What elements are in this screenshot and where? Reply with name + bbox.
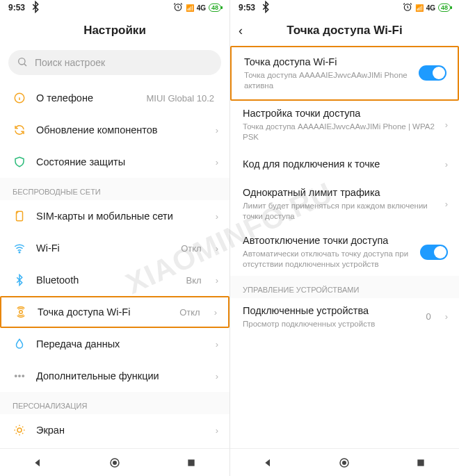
sun-icon [13, 423, 26, 437]
row-security-status[interactable]: Состояние защиты › [0, 146, 230, 178]
row-value: MIUI Global 10.2 [146, 93, 214, 104]
search-placeholder: Поиск настроек [35, 57, 105, 68]
nav-home-button[interactable] [338, 457, 351, 469]
row-hotspot[interactable]: Точка доступа Wi-Fi Откл › [0, 296, 230, 328]
bluetooth-status-icon [259, 1, 272, 15]
chevron-right-icon: › [216, 125, 218, 136]
svg-rect-13 [188, 459, 194, 466]
wifi-icon [13, 241, 26, 255]
chevron-right-icon: › [214, 307, 217, 318]
nav-recent-button[interactable] [185, 457, 198, 469]
row-hotspot-setup[interactable]: Настройка точки доступа Точка доступа AA… [230, 101, 459, 149]
info-icon [13, 91, 26, 105]
row-label: Состояние защиты [36, 156, 206, 169]
hotspot-toggle-switch[interactable] [419, 65, 446, 81]
row-label: Подключенные устройства [243, 304, 416, 318]
search-input[interactable]: Поиск настроек [8, 50, 221, 75]
nav-home-button[interactable] [108, 457, 121, 469]
bluetooth-icon [13, 273, 26, 287]
header: ‹ Точка доступа Wi-Fi [230, 15, 459, 46]
row-label: Дополнительные функции [36, 370, 206, 383]
row-label: Точка доступа Wi-Fi [38, 306, 170, 319]
chevron-right-icon: › [445, 120, 448, 130]
chevron-right-icon: › [445, 311, 448, 322]
navigation-bar [230, 448, 459, 476]
row-value: Откл [181, 243, 202, 254]
nav-recent-button[interactable] [414, 457, 427, 469]
chevron-right-icon: › [216, 275, 218, 286]
row-value: Вкл [186, 275, 202, 286]
svg-point-16 [343, 461, 346, 464]
network-type: 4G [197, 4, 206, 12]
svg-point-5 [19, 311, 23, 314]
shield-icon [13, 155, 26, 169]
chevron-right-icon: › [445, 199, 448, 209]
svg-point-12 [113, 461, 117, 464]
row-connected-devices[interactable]: Подключенные устройства Просмотр подключ… [230, 298, 459, 336]
row-wifi[interactable]: Wi-Fi Откл › [0, 232, 230, 264]
row-sublabel: Точка доступа AAAAAIEJwvcAAwJIMi Phone |… [243, 122, 435, 142]
hotspot-list: Точка доступа Wi-Fi Точка доступа AAAAAI… [230, 46, 459, 448]
back-button[interactable]: ‹ [239, 24, 243, 38]
signal-icon: 📶 [415, 4, 424, 12]
section-personalization: ПЕРСОНАЛИЗАЦИЯ [0, 392, 230, 414]
svg-rect-17 [417, 459, 424, 466]
more-icon [13, 369, 26, 383]
status-bar: 9:53 📶 4G 48 [230, 0, 459, 15]
chevron-right-icon: › [216, 371, 218, 381]
svg-point-8 [22, 375, 24, 377]
row-label: Однократный лимит трафика [243, 186, 435, 199]
bluetooth-status-icon [29, 1, 42, 15]
sim-icon [13, 209, 26, 223]
row-more[interactable]: Дополнительные функции › [0, 360, 230, 392]
row-label: Точка доступа Wi-Fi [244, 56, 409, 69]
row-data-usage[interactable]: Передача данных › [0, 328, 230, 360]
svg-point-1 [19, 58, 25, 64]
row-password[interactable]: Код для подключения к точке › [230, 148, 459, 180]
search-icon [17, 56, 28, 69]
section-wireless: БЕСПРОВОДНЫЕ СЕТИ [0, 178, 230, 200]
row-traffic-limit[interactable]: Однократный лимит трафика Лимит будет пр… [230, 180, 459, 228]
row-display[interactable]: Экран › [0, 414, 230, 446]
row-updates[interactable]: Обновление компонентов › [0, 114, 230, 146]
signal-icon: 📶 [186, 4, 194, 12]
auto-off-toggle-switch[interactable] [420, 245, 448, 260]
nav-back-button[interactable] [32, 457, 45, 469]
chevron-right-icon: › [445, 159, 448, 170]
row-label: О телефоне [36, 92, 136, 105]
row-bluetooth[interactable]: Bluetooth Вкл › [0, 264, 230, 296]
chevron-right-icon: › [216, 157, 218, 167]
svg-point-7 [19, 375, 20, 377]
row-sublabel: Автоматически отключать точку доступа пр… [243, 249, 410, 270]
row-label: Wi-Fi [36, 242, 171, 255]
row-label: Экран [36, 424, 206, 437]
status-bar: 9:53 📶 4G 48 [0, 0, 230, 15]
row-label: Bluetooth [36, 274, 177, 287]
header: Настройки [0, 15, 230, 46]
chevron-right-icon: › [216, 339, 218, 350]
svg-point-9 [17, 428, 22, 432]
droplet-icon [13, 337, 26, 351]
svg-point-6 [15, 375, 17, 377]
navigation-bar [0, 448, 230, 476]
row-sublabel: Лимит будет применяться при каждом включ… [243, 201, 435, 222]
connected-count: 0 [426, 311, 430, 322]
row-hotspot-toggle[interactable]: Точка доступа Wi-Fi Точка доступа AAAAAI… [230, 46, 459, 101]
row-sim[interactable]: SIM-карты и мобильные сети › [0, 200, 230, 232]
row-label: Настройка точки доступа [243, 107, 435, 120]
nav-back-button[interactable] [262, 457, 275, 469]
status-time: 9:53 [239, 3, 255, 13]
row-sublabel: Просмотр подключенных устройств [243, 319, 416, 329]
chevron-right-icon: › [216, 243, 218, 254]
hotspot-icon [14, 305, 28, 319]
row-label: SIM-карты и мобильные сети [36, 210, 206, 223]
screen-settings: 9:53 📶 4G 48 Настройки Поиск настроек О [0, 0, 230, 476]
section-device-management: УПРАВЛЕНИЕ УСТРОЙСТВАМИ [230, 276, 459, 298]
chevron-right-icon: › [216, 211, 218, 222]
battery-indicator: 48 [209, 3, 221, 12]
svg-point-4 [19, 252, 20, 253]
row-auto-off[interactable]: Автоотключение точки доступа Автоматичес… [230, 228, 459, 276]
row-about-phone[interactable]: О телефоне MIUI Global 10.2 [0, 82, 230, 114]
page-title: Настройки [83, 24, 146, 38]
row-label: Код для подключения к точке [243, 158, 435, 171]
